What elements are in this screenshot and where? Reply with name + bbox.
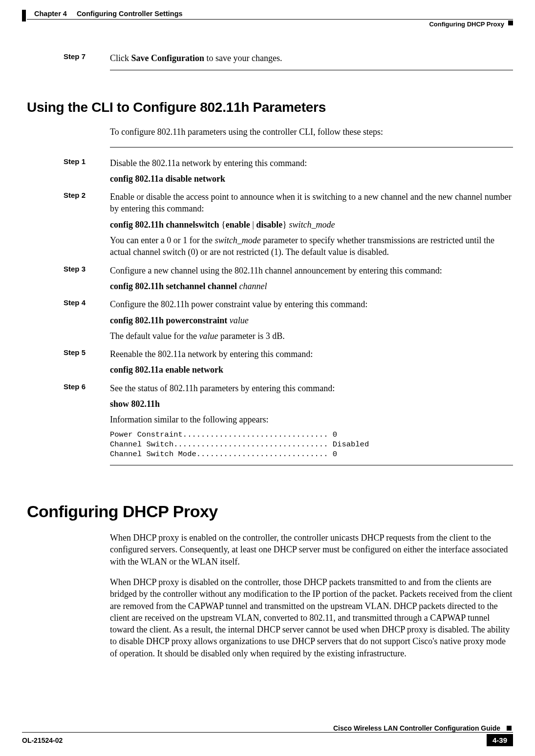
step-label: Step 3 bbox=[64, 265, 110, 296]
step-text: Disable the 802.11a network by entering … bbox=[110, 157, 513, 189]
header-marker-box bbox=[508, 21, 513, 25]
body-paragraph: When DHCP proxy is enabled on the contro… bbox=[110, 532, 513, 567]
command-text: config 802.11h powerconstraint bbox=[110, 315, 230, 325]
text-fragment: to save your changes. bbox=[204, 53, 282, 63]
step-4-row: Step 4 Configure the 802.11h power const… bbox=[64, 298, 513, 346]
step-label: Step 6 bbox=[64, 382, 110, 459]
command-option: disable bbox=[256, 220, 282, 230]
step-description: Enable or disable the access point to an… bbox=[110, 191, 513, 215]
text-fragment: The default value for the bbox=[110, 331, 199, 341]
page-footer: Cisco Wireless LAN Controller Configurat… bbox=[22, 724, 513, 746]
header-divider bbox=[27, 19, 513, 20]
step-6-row: Step 6 See the status of 802.11h paramet… bbox=[64, 382, 513, 459]
command-text: config 802.11h setchannel channel bbox=[110, 281, 239, 291]
step-text: Configure a new channel using the 802.11… bbox=[110, 265, 513, 296]
param-name: value bbox=[199, 331, 218, 341]
step-text: See the status of 802.11h parameters by … bbox=[110, 382, 513, 459]
command-output: Power Constraint........................… bbox=[110, 430, 513, 459]
intro-text: To configure 802.11h parameters using th… bbox=[110, 126, 513, 138]
step-7-row: Step 7 Click Save Configuration to save … bbox=[64, 52, 513, 64]
chapter-label: Chapter 4 bbox=[34, 10, 67, 18]
steps-end-divider bbox=[110, 465, 513, 465]
text-bold: Save Configuration bbox=[131, 53, 205, 63]
command-text: config 802.11a disable network bbox=[110, 173, 513, 185]
step-text: Reenable the 802.11a network by entering… bbox=[110, 348, 513, 380]
footer-page-number: 4-39 bbox=[487, 734, 513, 746]
step-label: Step 2 bbox=[64, 191, 110, 262]
footer-marker-icon bbox=[507, 726, 512, 731]
step-1-row: Step 1 Disable the 802.11a network by en… bbox=[64, 157, 513, 189]
footer-doc-id: OL-21524-02 bbox=[22, 736, 63, 744]
command-text: config 802.11a enable network bbox=[110, 364, 513, 376]
text-fragment: parameter is 3 dB. bbox=[218, 331, 284, 341]
command-param: value bbox=[230, 315, 249, 325]
chapter-title: Configuring Controller Settings bbox=[77, 10, 183, 18]
header-section-name: Configuring DHCP Proxy bbox=[429, 21, 504, 28]
command-param: channel bbox=[239, 281, 267, 291]
body-paragraph: When DHCP proxy is disabled on the contr… bbox=[110, 576, 513, 659]
page-header: Chapter 4 Configuring Controller Setting… bbox=[27, 10, 513, 18]
output-intro: Information similar to the following app… bbox=[110, 414, 513, 425]
step-label: Step 1 bbox=[64, 157, 110, 189]
step-text: Click Save Configuration to save your ch… bbox=[110, 52, 513, 64]
step-description: Configure the 802.11h power constraint v… bbox=[110, 298, 513, 310]
text-fragment: Click bbox=[110, 53, 131, 63]
step-text: Enable or disable the access point to an… bbox=[110, 191, 513, 262]
step-label: Step 4 bbox=[64, 298, 110, 346]
footer-divider bbox=[22, 732, 513, 733]
step-5-row: Step 5 Reenable the 802.11a network by e… bbox=[64, 348, 513, 380]
steps-start-divider bbox=[110, 147, 513, 147]
step-description: See the status of 802.11h parameters by … bbox=[110, 382, 513, 394]
brace: } bbox=[282, 220, 287, 230]
command-option: enable bbox=[226, 220, 250, 230]
command-text: config 802.11h channelswitch bbox=[110, 220, 221, 230]
header-accent-bar bbox=[22, 10, 26, 21]
command-param: switch_mode bbox=[287, 220, 335, 230]
section-divider bbox=[110, 70, 513, 70]
step-text: Configure the 802.11h power constraint v… bbox=[110, 298, 513, 346]
param-name: switch_mode bbox=[215, 235, 261, 245]
step-label: Step 5 bbox=[64, 348, 110, 380]
brace: { bbox=[221, 220, 226, 230]
step-description: Configure a new channel using the 802.11… bbox=[110, 265, 513, 276]
step-description: Reenable the 802.11a network by entering… bbox=[110, 348, 513, 360]
footer-guide-title: Cisco Wireless LAN Controller Configurat… bbox=[22, 724, 504, 732]
text-fragment: You can enter a 0 or 1 for the bbox=[110, 235, 215, 245]
step-label: Step 7 bbox=[64, 52, 110, 64]
command-text: show 802.11h bbox=[110, 398, 513, 410]
step-description: Disable the 802.11a network by entering … bbox=[110, 157, 513, 169]
heading-dhcp-proxy: Configuring DHCP Proxy bbox=[27, 502, 513, 521]
step-3-row: Step 3 Configure a new channel using the… bbox=[64, 265, 513, 296]
heading-cli-80211h: Using the CLI to Configure 802.11h Param… bbox=[27, 100, 513, 115]
step-2-row: Step 2 Enable or disable the access poin… bbox=[64, 191, 513, 262]
pipe: | bbox=[250, 220, 257, 230]
